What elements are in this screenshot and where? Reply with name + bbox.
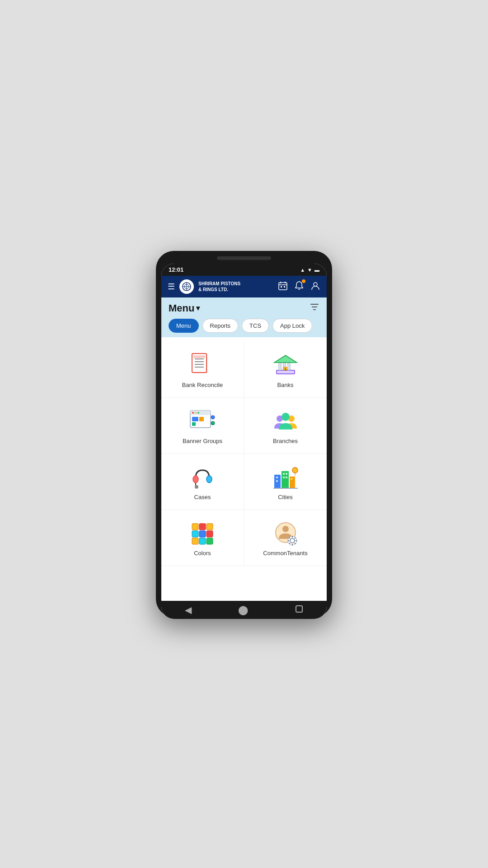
svg-point-54 [292, 467, 298, 473]
battery-icon: ▬ [314, 267, 319, 273]
company-info: SHRIRAM PISTONS & RINGS LTD. [198, 281, 240, 292]
phone-screen: 12:01 ▲ ▼ ▬ ☰ SHRIRA [161, 264, 327, 619]
status-time: 12:01 [169, 266, 183, 273]
svg-rect-57 [192, 524, 198, 530]
tabs-row: Menu Reports TCS App Lock [169, 319, 319, 337]
grid-item-banner-groups[interactable]: Banner Groups [161, 398, 244, 454]
svg-rect-45 [276, 476, 278, 478]
bottom-nav: ◀ ⬤ [161, 601, 327, 619]
cities-icon [270, 462, 301, 494]
svg-rect-47 [282, 471, 289, 488]
bell-icon[interactable] [294, 281, 304, 293]
calendar-icon[interactable] [278, 281, 288, 293]
tab-reports[interactable]: Reports [202, 319, 239, 333]
branches-icon [270, 406, 301, 438]
svg-rect-50 [283, 476, 285, 478]
svg-rect-4 [279, 283, 287, 290]
svg-point-36 [211, 421, 215, 425]
svg-rect-52 [290, 476, 295, 488]
signal-icon: ▲ [300, 267, 305, 273]
menu-header: Menu ▾ Menu Reports TCS App Lock [161, 297, 327, 337]
grid-item-banks[interactable]: $ Banks [244, 342, 327, 398]
grid-item-branches[interactable]: Branches [244, 398, 327, 454]
filter-icon[interactable] [310, 302, 319, 314]
svg-point-40 [193, 476, 198, 483]
banks-label: Banks [277, 382, 293, 389]
svg-rect-9 [284, 286, 285, 288]
svg-rect-61 [199, 531, 206, 537]
svg-rect-32 [192, 417, 198, 421]
svg-rect-48 [283, 473, 285, 475]
svg-point-67 [282, 526, 289, 532]
svg-line-75 [295, 543, 296, 544]
cities-label: Cities [278, 494, 293, 501]
user-icon[interactable] [310, 281, 320, 293]
colors-icon [187, 518, 218, 550]
phone-notch [217, 256, 271, 260]
svg-rect-49 [286, 473, 287, 475]
tab-applock[interactable]: App Lock [272, 319, 312, 333]
grid-content: Bank Reconcile [161, 337, 327, 601]
navbar-right [278, 281, 320, 293]
svg-rect-60 [192, 531, 198, 537]
common-tenants-icon [270, 518, 301, 550]
svg-rect-8 [281, 286, 282, 288]
hamburger-icon[interactable]: ☰ [168, 282, 175, 292]
tab-menu[interactable]: Menu [169, 319, 199, 333]
svg-marker-23 [274, 355, 297, 363]
svg-point-31 [197, 412, 199, 414]
svg-rect-34 [192, 422, 196, 426]
recents-button[interactable] [295, 605, 303, 615]
colors-label: Colors [194, 550, 211, 557]
svg-line-76 [295, 538, 296, 538]
banner-groups-label: Banner Groups [183, 438, 222, 445]
notification-badge [302, 279, 305, 283]
status-bar: 12:01 ▲ ▼ ▬ [161, 264, 327, 276]
grid-item-cities[interactable]: Cities [244, 454, 327, 510]
svg-rect-62 [206, 531, 213, 537]
grid-item-cases[interactable]: Cases [161, 454, 244, 510]
svg-rect-51 [286, 476, 287, 478]
grid-item-common-tenants[interactable]: CommonTenants [244, 510, 327, 566]
top-navbar: ☰ SHRIRAM PISTONS & RINGS LTD. [161, 276, 327, 297]
svg-rect-17 [193, 355, 205, 358]
svg-line-77 [289, 543, 290, 544]
bank-reconcile-icon [187, 350, 218, 382]
banner-groups-icon [187, 406, 218, 438]
svg-rect-63 [192, 538, 198, 544]
phone-frame: 12:01 ▲ ▼ ▬ ☰ SHRIRA [156, 251, 332, 617]
cases-label: Cases [194, 494, 211, 501]
svg-point-43 [195, 485, 198, 489]
company-line2: & RINGS LTD. [198, 287, 240, 292]
svg-point-30 [195, 412, 197, 414]
logo-circle [179, 279, 194, 294]
home-button[interactable]: ⬤ [238, 604, 248, 615]
status-icons: ▲ ▼ ▬ [300, 267, 319, 273]
svg-rect-53 [291, 478, 292, 480]
bank-reconcile-label: Bank Reconcile [182, 382, 223, 389]
navbar-left: ☰ SHRIRAM PISTONS & RINGS LTD. [168, 279, 240, 294]
svg-point-39 [282, 413, 290, 421]
svg-point-35 [211, 415, 215, 419]
svg-rect-33 [199, 417, 204, 421]
company-line1: SHRIRAM PISTONS [198, 281, 240, 287]
svg-rect-65 [206, 538, 213, 544]
svg-rect-46 [276, 480, 278, 482]
svg-rect-64 [199, 538, 206, 544]
menu-title-row: Menu ▾ [169, 302, 319, 314]
svg-rect-59 [206, 524, 213, 530]
svg-rect-18 [277, 370, 295, 374]
back-button[interactable]: ◀ [185, 604, 192, 615]
menu-grid: Bank Reconcile [161, 342, 327, 566]
menu-title: Menu ▾ [169, 302, 200, 314]
banks-icon: $ [270, 350, 301, 382]
grid-item-bank-reconcile[interactable]: Bank Reconcile [161, 342, 244, 398]
svg-rect-20 [279, 363, 281, 370]
svg-line-74 [289, 538, 290, 538]
dropdown-icon[interactable]: ▾ [196, 304, 200, 312]
tab-tcs[interactable]: TCS [242, 319, 269, 333]
grid-item-colors[interactable]: Colors [161, 510, 244, 566]
svg-rect-22 [288, 363, 290, 370]
svg-point-10 [314, 283, 317, 286]
cases-icon [187, 462, 218, 494]
